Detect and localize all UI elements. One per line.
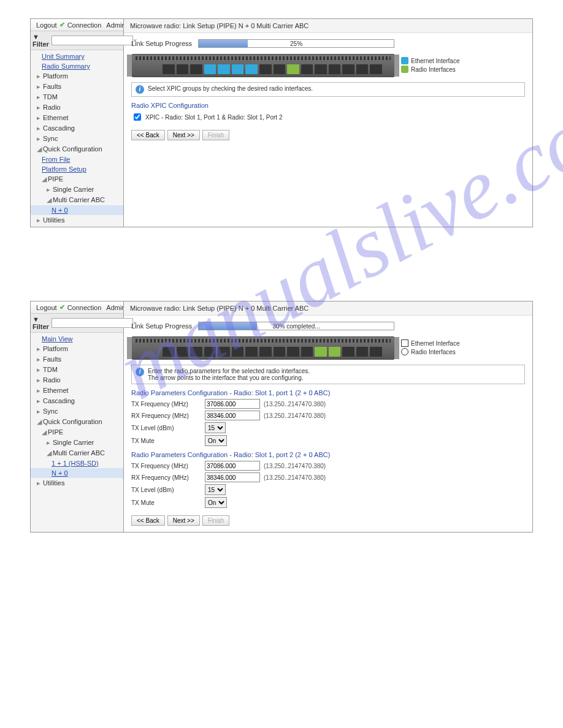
device-diagram-1[interactable] bbox=[131, 54, 395, 77]
admin-link[interactable]: Admin bbox=[106, 21, 125, 29]
tree-item[interactable]: ▸Platform bbox=[31, 344, 123, 354]
radio-params-2: TX Frequency (MHz)(13.250..2147470.380) … bbox=[131, 461, 525, 508]
tree-item[interactable]: 1 + 1 (HSB-SD) bbox=[31, 458, 123, 468]
tree-item[interactable]: ▸Faults bbox=[31, 354, 123, 365]
filter-row-2: ▼ Filter × bbox=[31, 314, 123, 333]
progress-bar-2: 30% completed... bbox=[198, 322, 394, 330]
device-diagram-2[interactable] bbox=[131, 336, 395, 360]
tree-item[interactable]: ▸Utilities bbox=[31, 215, 123, 226]
section-title-xpic: Radio XPIC Configuration bbox=[131, 102, 525, 109]
tree-item[interactable]: Main View bbox=[31, 334, 123, 344]
txmute2-select[interactable]: On bbox=[205, 497, 227, 508]
tree-item[interactable]: ▸Single Carrier bbox=[31, 438, 123, 448]
tree-item[interactable]: ▸Faults bbox=[31, 82, 123, 92]
filter-input-2[interactable] bbox=[52, 318, 133, 328]
txfreq-label: TX Frequency (MHz) bbox=[131, 401, 205, 408]
finish-button-1: Finish bbox=[202, 130, 230, 140]
connection-icon: ✔ bbox=[59, 303, 65, 311]
txfreq1-input[interactable] bbox=[205, 399, 260, 409]
legend-eth-2: Ethernet Interface bbox=[411, 340, 460, 347]
txlevel1-select[interactable]: 15 bbox=[205, 422, 226, 433]
admin-link[interactable]: Admin bbox=[106, 304, 125, 311]
txmute1-select[interactable]: On bbox=[205, 435, 227, 446]
info-icon: i bbox=[136, 368, 144, 376]
tree-item[interactable]: Unit Summary bbox=[31, 51, 123, 61]
tree-item[interactable]: ◢PIPE bbox=[31, 174, 123, 184]
tree-item[interactable]: ▸Ethernet bbox=[31, 113, 123, 123]
txmute-label: TX Mute bbox=[131, 499, 205, 506]
tree-item[interactable]: Radio Summary bbox=[31, 61, 123, 71]
sidebar: Logout ✔ Connection Admin ▼ Filter × Uni… bbox=[31, 19, 124, 227]
eth-swatch bbox=[401, 57, 408, 64]
tree-item[interactable]: ▸TDM bbox=[31, 92, 123, 102]
sidebar-header-2: Logout ✔ Connection Admin bbox=[31, 301, 123, 314]
progress-text-2: 30% completed... bbox=[199, 322, 394, 331]
txfreq2-input[interactable] bbox=[205, 461, 260, 471]
main-2: Microwave radio: Link Setup (PIPE) N + 0… bbox=[124, 301, 532, 532]
tree-item[interactable]: ◢Multi Carrier ABC bbox=[31, 448, 123, 458]
info-text-1: Select XPIC groups by checking the desir… bbox=[148, 85, 313, 92]
txmute-label: TX Mute bbox=[131, 438, 205, 444]
rxfreq-label: RX Frequency (MHz) bbox=[131, 474, 205, 481]
tree-item[interactable]: ◢Multi Carrier ABC bbox=[31, 195, 123, 205]
txlevel2-select[interactable]: 15 bbox=[205, 484, 226, 495]
tree-item[interactable]: From File bbox=[31, 154, 123, 164]
txfreq-range: (13.250..2147470.380) bbox=[264, 401, 326, 408]
txlevel-label: TX Level (dBm) bbox=[131, 425, 205, 431]
main-1: Microwave radio: Link Setup (PIPE) N + 0… bbox=[124, 19, 532, 227]
tree-item[interactable]: ▸Sync bbox=[31, 134, 123, 144]
section-title-slot1p1: Radio Parameters Configuration - Radio: … bbox=[131, 389, 525, 396]
rad-swatch-2 bbox=[401, 348, 408, 355]
rxfreq1-input[interactable] bbox=[205, 411, 260, 420]
tree-item[interactable]: ▸TDM bbox=[31, 365, 123, 375]
next-button-2[interactable]: Next >> bbox=[167, 515, 200, 526]
xpic-label: XPIC - Radio: Slot 1, Port 1 & Radio: Sl… bbox=[145, 114, 282, 121]
tree-item[interactable]: ▸Sync bbox=[31, 406, 123, 417]
tree-item[interactable]: ◢Quick Configuration bbox=[31, 144, 123, 154]
legend-2: Ethernet Interface Radio Interfaces bbox=[401, 339, 460, 357]
tree-item[interactable]: N + 0 bbox=[31, 205, 123, 215]
progress-label-1: Link Setup Progress bbox=[131, 40, 192, 47]
legend-eth: Ethernet Interface bbox=[411, 58, 460, 64]
logout-link[interactable]: Logout bbox=[36, 21, 57, 29]
filter-input[interactable] bbox=[52, 36, 133, 45]
filter-label: ▼ Filter bbox=[33, 33, 49, 48]
rxfreq2-input[interactable] bbox=[205, 472, 260, 482]
info-text-2: Enter the radio parameters for the selec… bbox=[148, 368, 310, 381]
tree-item[interactable]: ▸Radio bbox=[31, 375, 123, 385]
back-button-2[interactable]: << Back bbox=[131, 515, 165, 526]
tree-item[interactable]: ◢PIPE bbox=[31, 427, 123, 438]
eth-swatch-2 bbox=[401, 339, 408, 347]
rxfreq-label: RX Frequency (MHz) bbox=[131, 412, 205, 419]
sidebar-header: Logout ✔ Connection Admin bbox=[31, 19, 123, 31]
page-title-1: Microwave radio: Link Setup (PIPE) N + 0… bbox=[124, 19, 532, 33]
info-icon: i bbox=[136, 85, 144, 94]
tree-item[interactable]: ▸Platform bbox=[31, 71, 123, 82]
back-button-1[interactable]: << Back bbox=[131, 130, 165, 140]
tree-item[interactable]: N + 0 bbox=[31, 468, 123, 478]
info-box-1: i Select XPIC groups by checking the des… bbox=[131, 82, 525, 97]
txfreq-range: (13.250..2147470.380) bbox=[264, 463, 326, 469]
txlevel-label: TX Level (dBm) bbox=[131, 487, 205, 493]
connection-link[interactable]: Connection bbox=[67, 21, 102, 29]
legend-rad: Radio Interfaces bbox=[411, 66, 456, 73]
legend-rad-2: Radio Interfaces bbox=[411, 349, 456, 355]
next-button-1[interactable]: Next >> bbox=[167, 130, 200, 140]
tree-item[interactable]: ◢Quick Configuration bbox=[31, 417, 123, 427]
progress-label-2: Link Setup Progress bbox=[131, 322, 192, 330]
tree-item[interactable]: ▸Cascading bbox=[31, 123, 123, 134]
tree-item[interactable]: ▸Radio bbox=[31, 102, 123, 113]
rxfreq-range: (13.250..2147470.380) bbox=[264, 474, 326, 481]
tree-item[interactable]: ▸Single Carrier bbox=[31, 184, 123, 195]
xpic-checkbox[interactable] bbox=[134, 113, 141, 121]
rxfreq-range: (13.250..2147470.380) bbox=[264, 412, 326, 419]
panel-1: Logout ✔ Connection Admin ▼ Filter × Uni… bbox=[30, 18, 533, 227]
logout-link[interactable]: Logout bbox=[36, 304, 57, 311]
connection-icon: ✔ bbox=[59, 21, 65, 29]
tree-item[interactable]: ▸Utilities bbox=[31, 478, 123, 488]
connection-link[interactable]: Connection bbox=[67, 304, 102, 311]
tree-item[interactable]: ▸Cascading bbox=[31, 396, 123, 406]
tree-item[interactable]: ▸Ethernet bbox=[31, 385, 123, 396]
progress-bar-1: 25% bbox=[198, 39, 394, 48]
tree-item[interactable]: Platform Setup bbox=[31, 164, 123, 174]
